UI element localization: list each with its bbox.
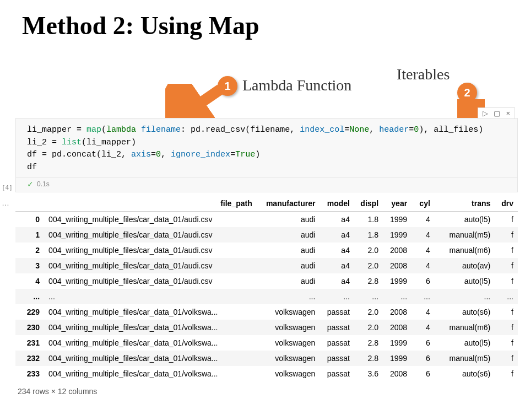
cell-mdl: a4 — [320, 227, 354, 243]
table-summary: 234 rows × 12 columns — [15, 387, 518, 396]
cell-fp: 004_writing_multiple_files/car_data_01/a… — [44, 243, 257, 258]
cell-drv: f — [495, 320, 518, 335]
cell-mdl: a4 — [320, 258, 354, 273]
cell-displ: 2.0 — [354, 258, 383, 273]
cell-trans: ... — [435, 289, 495, 304]
table-row: 3004_writing_multiple_files/car_data_01/… — [15, 258, 518, 273]
cell-trans: manual(m6) — [435, 320, 495, 335]
toolbar-run-icon[interactable]: ▷ — [480, 109, 490, 117]
cell-displ: 1.8 — [354, 227, 383, 243]
cell-cyl: 6 — [412, 335, 435, 351]
gutter-ellipsis-icon[interactable]: … — [2, 198, 9, 207]
cell-cyl: 4 — [412, 320, 435, 335]
cell-cyl: ... — [412, 289, 435, 304]
cell-trans: manual(m5) — [435, 351, 495, 366]
cell-fp: 004_writing_multiple_files/car_data_01/a… — [44, 258, 257, 273]
cell-drv: f — [495, 243, 518, 258]
toolbar-close-icon[interactable]: × — [504, 109, 512, 117]
cell-displ: 2.8 — [354, 351, 383, 366]
cell-year: 1999 — [383, 335, 412, 351]
table-row: 232004_writing_multiple_files/car_data_0… — [15, 351, 518, 366]
cell-cyl: 6 — [412, 351, 435, 366]
cell-drv: f — [495, 212, 518, 228]
cell-fp: 004_writing_multiple_files/car_data_01/a… — [44, 273, 257, 289]
col-manufacturer: manufacturer — [257, 196, 320, 212]
col-index — [15, 196, 44, 212]
cell-mfr: volkswagen — [257, 351, 320, 366]
cell-trans: auto(l5) — [435, 273, 495, 289]
cell-toolbar: ▷ ▢ × — [478, 107, 515, 119]
cell-cyl: 6 — [412, 366, 435, 381]
table-row: 2004_writing_multiple_files/car_data_01/… — [15, 243, 518, 258]
code-line-3[interactable]: df = pd.concat(li_2, axis=0, ignore_inde… — [27, 149, 506, 161]
cell-year: 2008 — [383, 304, 412, 320]
cell-mdl: a4 — [320, 243, 354, 258]
table-row: 4004_writing_multiple_files/car_data_01/… — [15, 273, 518, 289]
cell-displ: 2.0 — [354, 320, 383, 335]
cell-drv: f — [495, 351, 518, 366]
cell-trans: manual(m5) — [435, 227, 495, 243]
cell-mfr: audi — [257, 212, 320, 228]
cell-idx: 1 — [15, 227, 44, 243]
cell-idx: 232 — [15, 351, 44, 366]
page-title: Method 2: Using Map — [22, 11, 259, 40]
cell-displ: 2.8 — [354, 273, 383, 289]
cell-drv: f — [495, 273, 518, 289]
cell-mdl: a4 — [320, 273, 354, 289]
cell-fp: 004_writing_multiple_files/car_data_01/v… — [44, 351, 257, 366]
cell-fp: 004_writing_multiple_files/car_data_01/v… — [44, 304, 257, 320]
table-row: 231004_writing_multiple_files/car_data_0… — [15, 335, 518, 351]
cell-trans: auto(l5) — [435, 335, 495, 351]
cell-mfr: volkswagen — [257, 335, 320, 351]
table-header-row: file_path manufacturer model displ year … — [15, 196, 518, 212]
output-table: file_path manufacturer model displ year … — [15, 196, 518, 396]
cell-displ: 2.0 — [354, 243, 383, 258]
cell-mdl: passat — [320, 320, 354, 335]
cell-year: 2008 — [383, 243, 412, 258]
cell-mfr: volkswagen — [257, 320, 320, 335]
table-row: 229004_writing_multiple_files/car_data_0… — [15, 304, 518, 320]
code-line-1[interactable]: li_mapper = map(lambda filename: pd.read… — [27, 124, 506, 137]
cell-mdl: passat — [320, 351, 354, 366]
cell-cyl: 6 — [412, 273, 435, 289]
cell-mdl: passat — [320, 304, 354, 320]
cell-trans: manual(m6) — [435, 243, 495, 258]
annotation-lambda: Lambda Function — [242, 76, 351, 95]
col-cyl: cyl — [412, 196, 435, 212]
col-displ: displ — [354, 196, 383, 212]
cell-year: 1999 — [383, 273, 412, 289]
cell-drv: f — [495, 258, 518, 273]
cell-mfr: audi — [257, 273, 320, 289]
table-row: 230004_writing_multiple_files/car_data_0… — [15, 320, 518, 335]
cell-fp: ... — [44, 289, 257, 304]
cell-year: 1999 — [383, 212, 412, 228]
table-row: ........................... — [15, 289, 518, 304]
cell-mdl: ... — [320, 289, 354, 304]
cell-fp: 004_writing_multiple_files/car_data_01/v… — [44, 320, 257, 335]
cell-mfr: ... — [257, 289, 320, 304]
cell-mfr: volkswagen — [257, 304, 320, 320]
exec-time: 0.1s — [37, 180, 50, 188]
check-icon: ✓ — [27, 180, 34, 189]
code-line-2[interactable]: li_2 = list(li_mapper) — [27, 137, 506, 149]
cell-year: 2008 — [383, 258, 412, 273]
cell-idx: 229 — [15, 304, 44, 320]
code-line-4[interactable]: df — [27, 161, 506, 174]
col-model: model — [320, 196, 354, 212]
cell-idx: 0 — [15, 212, 44, 228]
cell-year: ... — [383, 289, 412, 304]
cell-idx: 231 — [15, 335, 44, 351]
cell-drv: f — [495, 227, 518, 243]
cell-exec-count: [4] — [2, 184, 13, 191]
cell-cyl: 4 — [412, 243, 435, 258]
cell-year: 1999 — [383, 351, 412, 366]
code-cell[interactable]: li_mapper = map(lambda filename: pd.read… — [15, 118, 518, 192]
cell-displ: 1.8 — [354, 212, 383, 228]
cell-drv: f — [495, 366, 518, 381]
col-year: year — [383, 196, 412, 212]
cell-mfr: volkswagen — [257, 366, 320, 381]
cell-mdl: a4 — [320, 212, 354, 228]
cell-drv: f — [495, 304, 518, 320]
toolbar-cell-icon[interactable]: ▢ — [491, 109, 502, 117]
cell-year: 1999 — [383, 227, 412, 243]
